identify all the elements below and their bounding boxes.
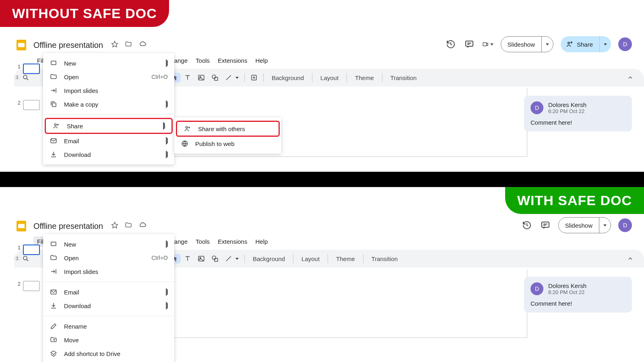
move-icon [50,336,58,343]
theme-button[interactable]: Theme [330,255,361,262]
rename-icon [50,323,58,330]
share-dropdown[interactable] [599,36,611,52]
account-avatar[interactable]: D [618,37,632,51]
image-tool-icon[interactable] [194,74,208,81]
history-icon[interactable] [445,39,456,50]
menu-item-move-to-trash[interactable]: Move to trash [43,360,174,362]
text-tool-icon[interactable] [181,74,194,81]
star-icon[interactable] [111,222,118,229]
menu-extensions[interactable]: Extensions [214,56,251,66]
svg-rect-14 [52,103,56,107]
download-icon [50,151,58,158]
comment-card[interactable]: D Dolores Kersh 6:20 PM Oct 22 Comment h… [524,96,632,132]
menu-item-add-shortcut[interactable]: Add shortcut to Drive [43,347,174,360]
globe-icon [181,140,189,147]
folder-move-icon[interactable] [125,41,132,48]
share-others-icon [184,125,192,132]
slides-app-icon[interactable] [14,219,29,233]
menu-item-open[interactable]: Open Ctrl+O [43,70,174,84]
svg-point-5 [568,42,570,44]
slideshow-label: Slideshow [559,222,599,229]
menu-item-share[interactable]: Share [45,118,173,134]
menu-item-new[interactable]: New [43,56,174,70]
thumb-comment-badge[interactable]: 1 [14,256,21,261]
document-title[interactable]: Offline presentation [33,41,103,49]
file-menu-dropdown: New Open Ctrl+O Import slides Email Down… [43,234,174,362]
thumbnail-2[interactable]: 2 [14,99,43,111]
svg-rect-11 [215,77,218,80]
transition-button[interactable]: Transition [385,74,422,81]
badge-with: WITH SAFE DOC [505,187,644,214]
menu-tools[interactable]: Tools [192,56,213,66]
comment-avatar: D [530,282,543,295]
background-button[interactable]: Background [266,74,310,81]
transition-button[interactable]: Transition [366,255,403,262]
document-title[interactable]: Offline presentation [33,222,103,230]
text-tool-icon[interactable] [181,255,194,262]
menu-item-download[interactable]: Download [43,148,174,161]
menu-help[interactable]: Help [252,237,271,247]
comment-avatar: D [530,101,543,114]
comments-icon[interactable] [540,220,551,231]
menu-extensions[interactable]: Extensions [214,237,251,247]
copy-icon [50,101,58,108]
badge-without: WITHOUT SAFE DOC [0,0,169,27]
slideshow-dropdown[interactable] [541,37,553,52]
slideshow-dropdown[interactable] [599,218,611,233]
layout-button[interactable]: Layout [296,255,325,262]
menu-item-download[interactable]: Download [43,299,174,313]
theme-button[interactable]: Theme [349,74,380,81]
slideshow-button[interactable]: Slideshow [501,36,553,52]
menu-item-rename[interactable]: Rename [43,319,174,333]
thumbnail-1[interactable]: 1 [14,244,43,256]
image-tool-icon[interactable] [194,255,208,262]
new-slide-tool-icon[interactable] [247,74,261,81]
account-avatar[interactable]: D [618,218,632,232]
history-icon[interactable] [521,220,533,231]
menu-item-make-copy[interactable]: Make a copy [43,97,174,111]
svg-point-10 [212,75,216,78]
folder-move-icon[interactable] [125,222,132,229]
share-button[interactable]: Share [561,36,611,52]
menu-item-import[interactable]: Import slides [43,84,174,97]
cloud-status-icon[interactable] [138,40,147,48]
star-icon[interactable] [111,41,118,48]
panel-with-safedoc: Offline presentation Slideshow D File Ed… [14,217,644,338]
menu-item-new[interactable]: New [43,237,174,251]
shape-tool-icon[interactable] [208,74,222,81]
menu-item-open[interactable]: Open Ctrl+O [43,251,174,265]
thumbnail-1[interactable]: 1 [14,63,43,75]
shortcut-icon [50,350,58,357]
share-submenu: Share with others Publish to web [174,117,281,154]
app-header-2: Offline presentation Slideshow D [14,217,644,235]
collapse-toolbar-icon[interactable] [624,74,637,81]
thumb-comment-badge[interactable]: 1 [14,75,21,80]
menu-item-import[interactable]: Import slides [43,265,174,278]
comment-timestamp: 6:20 PM Oct 22 [548,108,586,114]
panel-without-safedoc: Offline presentation Slideshow Share D F… [14,36,644,157]
shape-tool-icon[interactable] [208,255,222,262]
line-tool-icon[interactable] [222,74,242,81]
new-slide-icon [50,60,58,67]
submenu-share-with-others[interactable]: Share with others [176,121,280,137]
thumbnail-2[interactable]: 2 [14,280,43,292]
line-tool-icon[interactable] [222,255,242,262]
email-icon [50,288,58,296]
slides-app-icon[interactable] [14,38,29,52]
comment-card[interactable]: D Dolores Kersh 6:20 PM Oct 22 Comment h… [524,277,632,313]
collapse-toolbar-icon[interactable] [624,255,637,262]
menu-item-move[interactable]: Move [43,333,174,347]
menu-item-email[interactable]: Email [43,285,174,299]
menu-tools[interactable]: Tools [192,237,213,247]
slideshow-button[interactable]: Slideshow [558,217,611,233]
app-header: Offline presentation Slideshow Share D [14,36,644,54]
layout-button[interactable]: Layout [315,74,344,81]
background-button[interactable]: Background [247,255,291,262]
cloud-status-icon[interactable] [138,221,147,229]
menu-item-email[interactable]: Email [43,134,174,148]
menu-help[interactable]: Help [252,56,271,66]
comments-icon[interactable] [464,39,475,50]
svg-marker-21 [111,222,118,228]
submenu-publish-to-web[interactable]: Publish to web [174,137,281,150]
meet-icon[interactable] [482,39,493,50]
